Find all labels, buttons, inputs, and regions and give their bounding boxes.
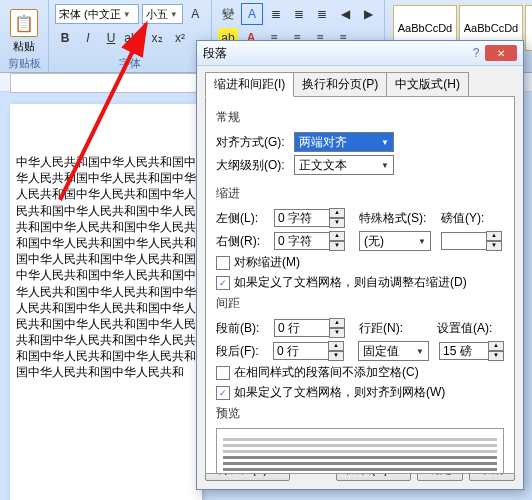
mirror-indent-checkbox[interactable]: 对称缩进(M) xyxy=(216,254,504,271)
grow-font-button[interactable]: A xyxy=(186,4,205,24)
dialog-tabs: 缩进和间距(I) 换行和分页(P) 中文版式(H) xyxy=(205,72,523,97)
chevron-down-icon: ▼ xyxy=(412,237,426,246)
up-icon[interactable]: ▲ xyxy=(328,341,344,351)
special-format-select[interactable]: (无)▼ xyxy=(359,231,431,251)
clipboard-group-label: 剪贴板 xyxy=(0,56,48,71)
down-icon[interactable]: ▼ xyxy=(329,328,345,338)
indent-left-spinner[interactable]: ▲▼ xyxy=(274,208,345,228)
indent-left-label: 左侧(L): xyxy=(216,210,274,227)
font-size-combo[interactable]: 小五▼ xyxy=(142,4,183,24)
clipboard-group: 📋 粘贴 剪贴板 xyxy=(0,0,49,72)
close-button[interactable]: ✕ xyxy=(485,45,517,61)
special-format-label: 特殊格式(S): xyxy=(359,210,431,227)
phonetic-button[interactable]: 變 xyxy=(218,4,238,24)
paste-button[interactable]: 📋 粘贴 xyxy=(6,3,42,54)
special-by-spinner[interactable]: ▲▼ xyxy=(441,231,502,251)
tab-line-break[interactable]: 换行和分页(P) xyxy=(293,72,387,97)
line-spacing-at-spinner[interactable]: ▲▼ xyxy=(439,341,504,361)
space-after-spinner[interactable]: ▲▼ xyxy=(273,341,344,361)
space-before-label: 段前(B): xyxy=(216,320,274,337)
italic-button[interactable]: I xyxy=(78,28,98,48)
no-space-same-style-checkbox[interactable]: 在相同样式的段落间不添加空格(C) xyxy=(216,364,504,381)
clipboard-icon: 📋 xyxy=(10,9,38,37)
document-page[interactable]: 中华人民共和国中华人民共和国中华人民共和国中华人民共和国中华人民共和国中华人民共… xyxy=(10,104,202,500)
chevron-down-icon: ▼ xyxy=(410,347,424,356)
underline-button[interactable]: U xyxy=(101,28,121,48)
dialog-titlebar[interactable]: 段落 ? ✕ xyxy=(197,41,523,66)
increase-indent-button[interactable]: ▶ xyxy=(358,4,378,24)
strike-button[interactable]: abc xyxy=(124,28,144,48)
line-spacing-label: 行距(N): xyxy=(359,320,415,337)
char-border-button[interactable]: A xyxy=(241,3,263,25)
space-after-label: 段后(F): xyxy=(216,343,273,360)
tab-indent-spacing[interactable]: 缩进和间距(I) xyxy=(205,72,294,97)
up-icon[interactable]: ▲ xyxy=(329,318,345,328)
font-group: 宋体 (中文正▼ 小五▼ A B I U abc x₂ x² 字体 xyxy=(49,0,212,72)
line-spacing-select[interactable]: 固定值▼ xyxy=(358,341,429,361)
down-icon[interactable]: ▼ xyxy=(486,241,502,251)
chevron-down-icon: ▼ xyxy=(375,138,389,147)
bullets-button[interactable]: ≣ xyxy=(266,4,286,24)
section-indent: 缩进 xyxy=(216,185,504,202)
outline-label: 大纲级别(O): xyxy=(216,157,294,174)
up-icon[interactable]: ▲ xyxy=(488,341,504,351)
font-name-combo[interactable]: 宋体 (中文正▼ xyxy=(55,4,139,24)
dialog-body: 常规 对齐方式(G): 两端对齐▼ 大纲级别(O): 正文文本▼ 缩进 左侧(L… xyxy=(205,96,515,474)
down-icon[interactable]: ▼ xyxy=(329,218,345,228)
tab-cjk[interactable]: 中文版式(H) xyxy=(386,72,469,97)
section-general: 常规 xyxy=(216,109,504,126)
up-icon[interactable]: ▲ xyxy=(329,208,345,218)
paragraph-dialog: 段落 ? ✕ 缩进和间距(I) 换行和分页(P) 中文版式(H) 常规 对齐方式… xyxy=(196,40,524,490)
by-label: 磅值(Y): xyxy=(441,210,484,227)
chevron-down-icon: ▼ xyxy=(123,10,131,19)
chevron-down-icon: ▼ xyxy=(375,161,389,170)
dialog-title-text: 段落 xyxy=(203,45,227,62)
down-icon[interactable]: ▼ xyxy=(328,351,344,361)
space-before-spinner[interactable]: ▲▼ xyxy=(274,318,345,338)
at-label: 设置值(A): xyxy=(437,320,492,337)
numbering-button[interactable]: ≣ xyxy=(289,4,309,24)
document-body-text: 中华人民共和国中华人民共和国中华人民共和国中华人民共和国中华人民共和国中华人民共… xyxy=(16,154,196,381)
down-icon[interactable]: ▼ xyxy=(329,241,345,251)
up-icon[interactable]: ▲ xyxy=(329,231,345,241)
checkbox-icon xyxy=(216,256,230,270)
style-heading1[interactable]: AaE xyxy=(525,5,532,51)
section-spacing: 间距 xyxy=(216,295,504,312)
multilevel-button[interactable]: ≣ xyxy=(312,4,332,24)
grid-indent-checkbox[interactable]: ✓如果定义了文档网格，则自动调整右缩进(D) xyxy=(216,274,504,291)
indent-right-label: 右侧(R): xyxy=(216,233,274,250)
up-icon[interactable]: ▲ xyxy=(486,231,502,241)
decrease-indent-button[interactable]: ◀ xyxy=(335,4,355,24)
section-preview: 预览 xyxy=(216,405,504,422)
checkbox-icon: ✓ xyxy=(216,386,230,400)
outline-select[interactable]: 正文文本▼ xyxy=(294,155,394,175)
alignment-select[interactable]: 两端对齐▼ xyxy=(294,132,394,152)
subscript-button[interactable]: x₂ xyxy=(147,28,167,48)
indent-right-spinner[interactable]: ▲▼ xyxy=(274,231,345,251)
font-group-label: 字体 xyxy=(49,56,211,71)
bold-button[interactable]: B xyxy=(55,28,75,48)
checkbox-icon xyxy=(216,366,230,380)
superscript-button[interactable]: x² xyxy=(170,28,190,48)
snap-to-grid-checkbox[interactable]: ✓如果定义了文档网格，则对齐到网格(W) xyxy=(216,384,504,401)
preview-box xyxy=(216,428,504,474)
alignment-label: 对齐方式(G): xyxy=(216,134,294,151)
paste-label: 粘贴 xyxy=(13,39,35,54)
checkbox-icon: ✓ xyxy=(216,276,230,290)
down-icon[interactable]: ▼ xyxy=(488,351,504,361)
help-icon[interactable]: ? xyxy=(467,46,485,60)
chevron-down-icon: ▼ xyxy=(170,10,178,19)
